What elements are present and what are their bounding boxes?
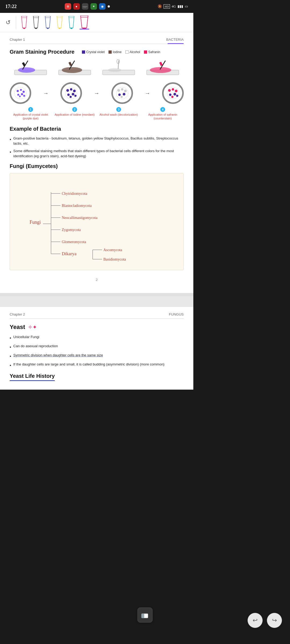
staining-step-3-slide [98,59,140,78]
legend-box-alcohol [125,50,129,54]
bacteria-bullet-text-1: Gram-positive bacteria - botulinum, teta… [13,136,184,146]
bullet-dot-y3: • [10,353,11,360]
chapter-2-topic: FUNGUS [169,312,184,316]
undo-button[interactable]: ↺ [4,17,16,28]
pen-tool-teal[interactable] [68,16,75,29]
step-label-2: 2 Application of iodine (mordant) [54,107,96,120]
fungi-heading: Fungi (Eumycetes) [10,163,184,169]
step-num-1: 1 [28,107,33,112]
status-bar: 17:22 ⊕ ● oppo ✦ ◉ 🔕 HD 4G ▮▮▮ ▭ [0,0,193,13]
yeast-bullet-2: • Can do asexual reproduction [10,343,184,350]
gram-staining-header: Gram Staining Procedure Crystal violet I… [10,49,184,55]
step-text-1: Application of crystal violet (purple dy… [13,113,48,120]
svg-text:Zygomycota: Zygomycota [62,228,81,232]
pen-tool-yellow[interactable] [56,16,63,29]
arrow-2: → [94,90,99,96]
yeast-heading: Yeast [10,324,25,331]
step-text-3: Alcohol wash (decolorization) [99,113,138,116]
pen-tool-selected[interactable] [79,16,89,30]
svg-point-46 [73,90,76,92]
step-text-4: Application of safranin (counterstain) [148,113,177,120]
undo-icon: ↺ [6,19,10,26]
svg-point-29 [117,59,119,64]
microscope-circle-1 [10,82,31,104]
bullet-dot-y1: • [10,335,11,341]
svg-text:Neocallimastigomycota: Neocallimastigomycota [62,216,98,220]
svg-point-49 [70,96,72,98]
svg-line-28 [118,60,119,69]
svg-marker-13 [70,28,73,29]
app-icon-green: ✦ [90,3,97,10]
app-icon-oppo: oppo [82,3,88,10]
bullet-dot-1: • [10,136,11,143]
step-num-4: 4 [160,107,165,112]
status-icons: 🔕 HD 4G ▮▮▮ ▭ [158,4,188,9]
page-number-1: 2 [10,275,184,285]
staining-legend: Crystal violet Iodine Alcohol Safranin [82,50,160,54]
svg-point-54 [121,88,123,91]
svg-text:Basidiomycota: Basidiomycota [103,257,126,261]
network-icon: 4G [172,4,176,9]
yeast-bullet-text-2: Can do asexual reproduction [13,343,58,349]
svg-text:Blastocladiomycota: Blastocladiomycota [62,204,92,208]
svg-point-61 [168,89,171,92]
legend-alcohol: Alcohol [125,50,140,54]
legend-label-alcohol: Alcohol [130,50,140,54]
sparkle-icon: ✧✦ [28,324,37,330]
svg-point-38 [17,94,19,96]
yeast-bullet-3: • Symmetric division when daughter cells… [10,353,184,360]
step-label-3: 3 Alcohol wash (decolorization) [98,107,140,120]
notification-dot [108,5,110,8]
bacteria-bullet-text-2: Some differential staining methods that … [13,148,184,159]
svg-point-34 [11,83,30,103]
yeast-bullet-text-3: Symmetric division when daughter cells a… [13,353,103,358]
pen-tool-pink[interactable] [20,16,28,29]
svg-point-63 [175,90,177,92]
legend-box-iodine [108,50,112,54]
legend-safranin: Safranin [144,50,160,54]
svg-point-52 [113,83,132,103]
chapter-2-label: Chapter 2 [10,312,25,316]
example-bacteria-section: Example of Bacteria • Gram-positive bact… [10,126,184,159]
svg-text:Dikarya: Dikarya [62,251,77,256]
svg-marker-12 [69,16,74,28]
staining-step-1-slide [10,59,52,78]
svg-point-36 [20,89,22,91]
svg-point-19 [18,67,35,73]
svg-point-23 [62,67,82,73]
example-bacteria-heading: Example of Bacteria [10,126,184,132]
pen-tool-dark[interactable] [32,16,40,29]
fungi-diagram: Fungi Chytridiomycota Blastocladiomycota… [10,173,184,270]
svg-point-65 [173,93,176,96]
svg-point-57 [123,93,125,96]
chapter-1-label: Chapter 1 [10,38,25,42]
svg-text:Fungi: Fungi [30,219,41,225]
legend-label-safranin: Safranin [148,50,160,54]
page-1: Chapter 1 BACTERIA Gram Staining Procedu… [0,32,193,293]
chapter-1-topic: BACTERIA [166,38,184,42]
slide-svg-4 [144,59,182,78]
svg-marker-7 [46,28,49,29]
yeast-bullets-section: • Unicellular Fungi • Can do asexual rep… [10,334,184,369]
svg-point-45 [70,88,73,91]
svg-point-47 [67,94,70,96]
app-icon-red: ⊕ [65,3,71,10]
status-app-icons: ⊕ ● oppo ✦ ◉ [65,3,110,10]
microscope-circles-row: → → [10,82,184,104]
svg-point-40 [19,96,21,97]
svg-point-62 [172,88,174,91]
step-num-3: 3 [116,107,121,112]
bullet-dot-y2: • [10,344,11,350]
page-gap [0,296,193,307]
pen-tool-blue[interactable] [44,16,52,29]
app-icon-blue: ◉ [99,3,106,10]
staining-step-2-slide [54,59,96,78]
microscope-circle-2 [60,82,82,104]
arrow-1: → [43,90,49,96]
gram-staining-heading: Gram Staining Procedure [10,49,74,55]
legend-iodine: Iodine [108,50,122,54]
legend-box-crystal-violet [82,50,85,54]
svg-point-41 [23,95,25,97]
slide-svg-2 [56,59,93,78]
svg-point-66 [171,96,173,98]
